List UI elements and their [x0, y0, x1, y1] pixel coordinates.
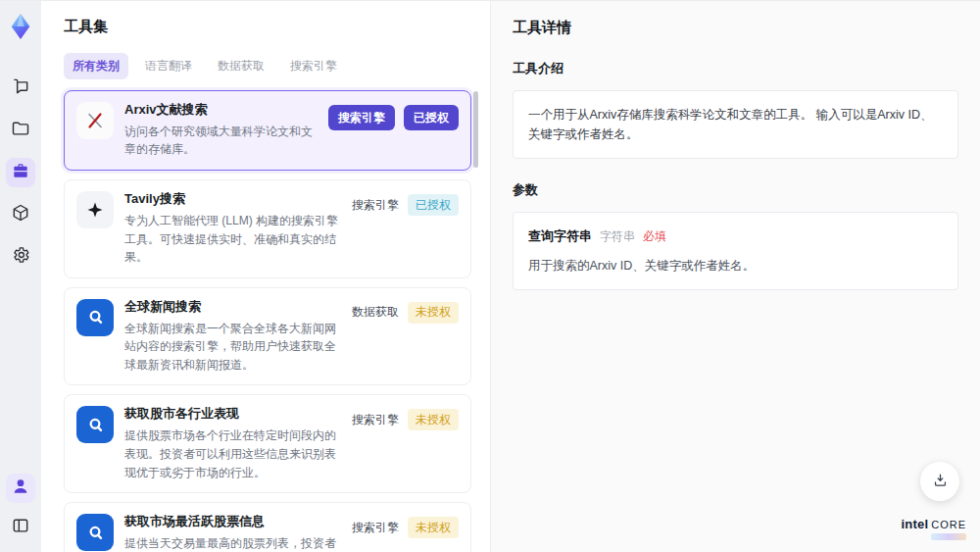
params-heading: 参数 [513, 181, 958, 199]
download-icon [932, 472, 949, 492]
tool-text: 全球新闻搜索 全球新闻搜索是一个聚合全球各大新闻网站内容的搜索引擎，帮助用户快速… [124, 299, 341, 375]
tavily-star-icon [76, 191, 114, 228]
user-icon [11, 477, 30, 500]
tab-language-translation[interactable]: 语言翻译 [136, 53, 201, 79]
toolbox-icon [11, 161, 30, 184]
sidebar-item-account[interactable] [6, 474, 35, 503]
news-search-icon [76, 299, 114, 336]
intel-core-logo: intelCORE [901, 517, 966, 540]
tool-text: Arxiv文献搜索 访问各个研究领域大量科学论文和文章的存储库。 [124, 102, 318, 159]
cube-icon [11, 203, 30, 226]
tool-title: 全球新闻搜索 [124, 299, 341, 316]
sidebar-item-tools[interactable] [6, 158, 35, 187]
tool-tags: 搜索引擎 已授权 [328, 102, 459, 130]
category-tabs: 所有类别 语言翻译 数据获取 搜索引擎 [64, 53, 490, 79]
param-required-flag: 必填 [643, 227, 666, 246]
sidebar-item-files[interactable] [6, 116, 35, 145]
tool-card-sector-performance[interactable]: 获取股市各行业表现 提供股票市场各个行业在特定时间段内的表现。投资者可以利用这些… [64, 394, 471, 493]
tool-text: 获取股市各行业表现 提供股票市场各个行业在特定时间段内的表现。投资者可以利用这些… [124, 406, 341, 481]
category-badge: 搜索引擎 [328, 105, 395, 130]
chat-icon [11, 76, 30, 100]
param-description: 用于搜索的Arxiv ID、关键字或作者姓名。 [528, 256, 943, 276]
auth-status-badge: 未授权 [408, 409, 459, 430]
param-type: 字符串 [600, 227, 635, 246]
tab-search-engine[interactable]: 搜索引擎 [281, 53, 346, 79]
app-window: 工具集 所有类别 语言翻译 数据获取 搜索引擎 Arxiv文献搜索 访问各个研究… [0, 0, 980, 552]
brand-intel: intel [901, 517, 928, 531]
tab-data-fetch[interactable]: 数据获取 [209, 53, 273, 79]
brand-text: intelCORE [901, 517, 966, 531]
sidebar-item-packages[interactable] [6, 200, 35, 229]
brand-core: CORE [931, 519, 966, 530]
tool-title: 获取市场最活跃股票信息 [124, 514, 341, 530]
arxiv-logo-icon [76, 102, 114, 139]
download-button[interactable] [920, 462, 959, 501]
category-label: 搜索引擎 [352, 412, 399, 428]
folder-icon [11, 119, 30, 142]
app-logo [6, 11, 35, 42]
tool-tags: 搜索引擎 已授权 [352, 191, 459, 216]
intro-heading: 工具介绍 [513, 60, 958, 77]
sidebar-bottom [6, 474, 35, 542]
tool-tags: 搜索引擎 未授权 [352, 514, 459, 538]
sidebar [0, 1, 41, 552]
category-label: 搜索引擎 [352, 197, 399, 214]
category-label: 搜索引擎 [352, 520, 399, 536]
page-title: 工具集 [64, 18, 490, 36]
tool-detail-panel: 工具详情 工具介绍 一个用于从Arxiv存储库搜索科学论文和文章的工具。 输入可… [490, 1, 980, 552]
tool-tags: 数据获取 未授权 [352, 299, 459, 324]
tool-description: 专为人工智能代理 (LLM) 构建的搜索引擎工具。可快速提供实时、准确和真实的结… [124, 212, 341, 267]
gear-icon [11, 245, 30, 269]
panel-toggle-icon [11, 516, 30, 539]
tool-tags: 搜索引擎 未授权 [352, 406, 459, 430]
intro-box: 一个用于从Arxiv存储库搜索科学论文和文章的工具。 输入可以是Arxiv ID… [513, 90, 958, 159]
param-name: 查询字符串 [528, 226, 592, 247]
tool-description: 提供股票市场各个行业在特定时间段内的表现。投资者可以利用这些信息来识别表现优于或… [124, 427, 341, 481]
auth-status-badge: 已授权 [408, 194, 459, 216]
tool-card-global-news[interactable]: 全球新闻搜索 全球新闻搜索是一个聚合全球各大新闻网站内容的搜索引擎，帮助用户快速… [64, 287, 471, 386]
tool-card-arxiv[interactable]: Arxiv文献搜索 访问各个研究领域大量科学论文和文章的存储库。 搜索引擎 已授… [64, 90, 471, 171]
sidebar-item-chat[interactable] [6, 74, 35, 103]
tab-all-categories[interactable]: 所有类别 [64, 53, 128, 79]
auth-status-badge: 已授权 [404, 105, 459, 130]
param-box: 查询字符串 字符串 必填 用于搜索的Arxiv ID、关键字或作者姓名。 [513, 212, 958, 290]
tool-title: Tavily搜索 [124, 191, 341, 208]
tool-text: 获取市场最活跃股票信息 提供当天交易量最高的股票列表，投资者可以利用这些信息来识… [124, 514, 341, 552]
sidebar-item-collapse[interactable] [6, 513, 35, 542]
list-scrollbar-track [473, 91, 478, 548]
tool-title: 获取股市各行业表现 [124, 406, 341, 423]
stock-search-icon [76, 406, 114, 443]
tool-description: 提供当天交易量最高的股票列表，投资者可以利用这些信息来识别流动性强的股票和潜在的… [124, 534, 341, 552]
auth-status-badge: 未授权 [408, 517, 459, 538]
tool-title: Arxiv文献搜索 [124, 102, 318, 119]
sidebar-item-settings[interactable] [6, 242, 35, 272]
tool-list-panel: 工具集 所有类别 语言翻译 数据获取 搜索引擎 Arxiv文献搜索 访问各个研究… [41, 1, 490, 552]
detail-title: 工具详情 [513, 19, 958, 37]
stock-search-icon [76, 514, 114, 551]
tool-description: 全球新闻搜索是一个聚合全球各大新闻网站内容的搜索引擎，帮助用户快速获取全球最新资… [124, 320, 341, 375]
tool-card-tavily[interactable]: Tavily搜索 专为人工智能代理 (LLM) 构建的搜索引擎工具。可快速提供实… [64, 179, 471, 278]
sidebar-nav [6, 74, 35, 272]
category-label: 数据获取 [352, 304, 399, 321]
tool-list: Arxiv文献搜索 访问各个研究领域大量科学论文和文章的存储库。 搜索引擎 已授… [64, 90, 471, 552]
auth-status-badge: 未授权 [408, 302, 459, 324]
tool-card-active-stocks[interactable]: 获取市场最活跃股票信息 提供当天交易量最高的股票列表，投资者可以利用这些信息来识… [64, 502, 471, 552]
tool-description: 访问各个研究领域大量科学论文和文章的存储库。 [124, 123, 318, 159]
brand-gradient-mark [931, 533, 966, 540]
intro-text: 一个用于从Arxiv存储库搜索科学论文和文章的工具。 输入可以是Arxiv ID… [528, 108, 933, 141]
tool-text: Tavily搜索 专为人工智能代理 (LLM) 构建的搜索引擎工具。可快速提供实… [124, 191, 341, 267]
list-scrollbar-thumb[interactable] [473, 91, 478, 168]
param-header: 查询字符串 字符串 必填 [528, 226, 943, 247]
